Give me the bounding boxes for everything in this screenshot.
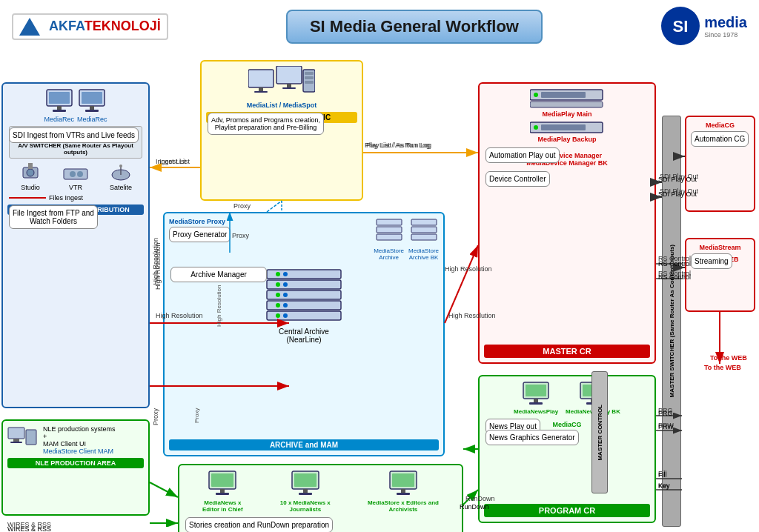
svg-rect-68 [529, 402, 543, 405]
medianews-editors-icon [208, 470, 237, 498]
svg-rect-62 [541, 92, 586, 98]
file-ingest-text: File Ingest from FTP and Watch Folders [13, 209, 94, 225]
scheduling-box: MediaList / MediaSpot Adv, Promos and Pr… [200, 60, 363, 201]
studio-icon [19, 162, 42, 182]
vtr-device: VTR [62, 166, 89, 191]
proxy-store-label: MediaStore Proxy [169, 218, 368, 225]
mediarec1-icon [45, 88, 73, 114]
svg-point-64 [534, 125, 538, 130]
si-logo-icon: SI [660, 6, 701, 47]
nle-computers: NLE production systems + MAM Client UI M… [7, 425, 144, 455]
svg-rect-38 [377, 219, 402, 225]
svg-rect-37 [305, 81, 314, 84]
svg-point-61 [534, 93, 538, 97]
svg-line-102 [267, 201, 282, 212]
proxy-gen-box: Proxy Generator [169, 227, 231, 242]
akfa-logo: AKFATEKNOLOJİ [12, 13, 168, 40]
av-switcher-label: A/V SWITCHER (Same Router As Playout out… [12, 142, 139, 156]
svg-line-123 [150, 482, 178, 497]
satelite-device: Satelite [110, 162, 132, 191]
mediaplay-main-area: MediaPlay Main [484, 88, 650, 118]
svg-rect-69 [526, 385, 546, 396]
svg-point-58 [283, 313, 288, 318]
svg-point-23 [119, 164, 122, 167]
ingest-box: MediaRec MediaRec SDI Ingest from VTRs a… [1, 82, 150, 408]
scheduling-desc-box: Adv, Promos and Programs creation, Playl… [208, 113, 324, 135]
svg-point-55 [276, 303, 280, 307]
mediastore-archive: MediaStore Archive [374, 218, 404, 261]
proxy-gen-area: MediaStore Proxy Proxy Generator [169, 218, 368, 261]
high-res-left-label: High Resolution [152, 238, 159, 285]
automation-cg-text: Automation CG [695, 135, 745, 143]
svg-rect-75 [220, 489, 225, 493]
files-ingest-row: Files Ingest [9, 194, 142, 202]
scheduling-subtitle: MediaList / MediaSpot [206, 102, 357, 109]
scheduling-computers [206, 66, 357, 99]
svg-rect-4 [53, 110, 66, 112]
file-ingest-box: File Ingest from FTP and Watch Folders [9, 205, 98, 229]
news-graphics-box: News Graphics Generator [485, 430, 579, 445]
news-graphics-text: News Graphics Generator [489, 433, 575, 442]
medianewsplay-label: MediaNewsPlay [514, 408, 558, 415]
svg-rect-39 [377, 227, 402, 233]
master-cr-box: MediaPlay Main MediaPlay Backup Automati… [478, 82, 656, 364]
page-title-box: SI Media General Workflow [286, 10, 543, 44]
automation-cg-box: Automation CG [691, 131, 749, 147]
vtr-icon [62, 166, 89, 182]
to-web-label: To the WEB [704, 364, 741, 371]
proxy-left-label: Proxy [152, 408, 159, 425]
scheduling-desc: Adv, Promos and Programs creation, Playl… [211, 116, 320, 131]
svg-rect-79 [303, 489, 308, 493]
streaming-text: Streaming [695, 257, 729, 265]
master-control-bar: MASTER CONTROL [591, 371, 608, 493]
svg-rect-27 [26, 430, 36, 445]
svg-rect-26 [10, 442, 22, 443]
svg-rect-30 [254, 91, 268, 93]
svg-rect-17 [28, 163, 33, 169]
stories-text: Stories creation and RunDown preparation [189, 521, 329, 529]
svg-rect-25 [13, 439, 19, 442]
nle-desc: NLE production systems + MAM Client UI [43, 425, 116, 448]
svg-text:To the WEB: To the WEB [710, 354, 747, 362]
svg-point-16 [27, 169, 34, 176]
svg-point-56 [283, 303, 288, 307]
svg-rect-42 [411, 227, 437, 233]
svg-point-50 [283, 272, 288, 276]
prg-label: PRG [658, 410, 673, 417]
device-controller-text: Device Controller [489, 175, 546, 183]
central-archive-label: Central Archive (NearLine) [279, 327, 329, 344]
rs-control-1: RS Control [658, 260, 691, 267]
svg-rect-5 [49, 92, 70, 104]
svg-point-57 [276, 313, 280, 318]
mediaplay-main-icon [530, 88, 604, 110]
archivebk-store-label: MediaStore Archive BK [408, 247, 439, 261]
proxy-gen-text: Proxy Generator [173, 230, 227, 239]
sdi-ingest-box: SDI Ingest from VTRs and Live feeds [9, 127, 139, 143]
archivebk-server-icon [410, 218, 438, 246]
svg-rect-28 [248, 70, 274, 87]
svg-rect-36 [305, 76, 314, 79]
si-since-text: Since 1978 [704, 31, 747, 39]
proxy-section: MediaStore Proxy Proxy Generator MediaSt… [169, 218, 439, 261]
stories-box: Stories creation and RunDown preparation [185, 517, 333, 532]
medianewsplay-comp: MediaNewsPlay [514, 381, 558, 415]
svg-rect-41 [411, 219, 437, 225]
studio-label: Studio [19, 184, 42, 191]
svg-point-54 [283, 293, 288, 297]
wires-rss-label: WIRES & RSS [7, 525, 51, 532]
mediaplay-main-label: MediaPlay Main [484, 110, 650, 118]
fill-label: Fill [658, 471, 667, 479]
streaming-box: MediaStream Streaming To the WEB [685, 238, 755, 312]
svg-line-98 [445, 245, 478, 323]
page-title: SI Media General Workflow [310, 17, 519, 36]
svg-rect-77 [211, 473, 233, 487]
archive-box: MediaStore Proxy Proxy Generator MediaSt… [163, 212, 445, 456]
nle-computer-icon [7, 427, 37, 453]
svg-rect-76 [216, 493, 229, 495]
mediarec1-computer: MediaRec [44, 88, 74, 123]
device-controller-box: Device Controller [485, 171, 550, 187]
archive-server-icon [375, 218, 403, 246]
master-cr-label: MASTER CR [484, 345, 650, 358]
archive-manager-box: Archive Manager [170, 267, 267, 282]
program-cr-box: MediaNewsPlay MediaNewsPlay BK News Play… [478, 375, 656, 523]
